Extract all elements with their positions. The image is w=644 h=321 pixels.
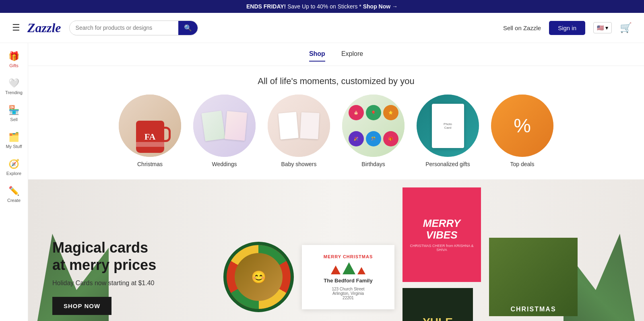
- category-deals-label: Top deals: [510, 161, 535, 167]
- hero-text-block: Magical cards at merry prices Holiday Ca…: [28, 223, 181, 321]
- hero-round-card: 😊: [223, 242, 294, 312]
- page-headline: All of life's moments, customized by you: [28, 66, 644, 95]
- hero-card-group: MERRY VIBES CHRISTMAS CHEER from KRISHNA…: [402, 187, 481, 321]
- tab-explore[interactable]: Explore: [341, 50, 363, 62]
- category-personalized-gifts[interactable]: PhotoCard Personalized gifts: [417, 95, 479, 167]
- category-personalized-label: Personalized gifts: [425, 161, 470, 167]
- sell-icon: 🏪: [8, 105, 19, 115]
- bday-sticker-6: 🎁: [383, 131, 398, 146]
- category-weddings-image: [193, 95, 256, 157]
- bday-sticker-3: ⭐: [383, 105, 398, 120]
- tab-bar: Shop Explore: [28, 43, 644, 66]
- category-weddings-label: Weddings: [212, 161, 237, 167]
- hero-white-card-name: The Bedford Family: [324, 278, 372, 284]
- bday-sticker-2: 🎈: [366, 105, 381, 120]
- sign-in-button[interactable]: Sign in: [549, 21, 585, 35]
- banner-prefix: ENDS FRIDAY!: [246, 3, 286, 10]
- hero-section: Magical cards at merry prices Holiday Ca…: [28, 179, 644, 321]
- category-christmas[interactable]: FA Christmas: [119, 95, 181, 167]
- category-baby-image: [268, 95, 330, 157]
- baby-card-1: [278, 112, 298, 140]
- hero-subtitle: Holiday Cards now starting at $1.40: [52, 280, 157, 287]
- category-deals-image: %: [491, 95, 553, 157]
- sell-on-zazzle-link[interactable]: Sell on Zazzle: [503, 25, 541, 31]
- merry-vibes-text: MERRY VIBES: [409, 218, 475, 241]
- explore-icon: 🧭: [8, 159, 19, 169]
- category-birthdays[interactable]: 🎂 🎈 ⭐ 🎉 🎊 🎁 Birthdays: [342, 95, 405, 167]
- search-input[interactable]: [70, 21, 178, 34]
- wedding-card-2: [225, 111, 247, 140]
- category-top-deals[interactable]: % Top deals: [491, 95, 553, 167]
- hero-white-card-address: 123 Church StreetArlington, Virginia2220…: [332, 287, 364, 300]
- merry-vibes-sub-text: CHRISTMAS CHEER from KRISHNA & SHIVA: [409, 244, 475, 252]
- gifts-icon: 🎁: [8, 51, 19, 62]
- category-baby-label: Baby showers: [281, 161, 317, 167]
- logo[interactable]: Zazzle: [27, 21, 61, 35]
- hero-white-card-title: MERRY CHRISTMAS: [324, 254, 373, 259]
- banner-message: Save Up to 40% on Stickers *: [287, 3, 361, 10]
- sidebar-item-create[interactable]: ✏️ Create: [0, 182, 28, 207]
- main-content: Shop Explore All of life's moments, cust…: [28, 43, 644, 321]
- sidebar-item-sell[interactable]: 🏪 Sell: [0, 101, 28, 126]
- green-card-label: CHRISTMAS: [510, 306, 556, 313]
- category-baby-showers[interactable]: Baby showers: [268, 95, 330, 167]
- hero-shop-now-button[interactable]: SHOP NOW: [52, 297, 111, 315]
- hero-dark-card: YULE LOVE: [402, 288, 473, 321]
- header: ☰ Zazzle 🔍 Sell on Zazzle Sign in 🇺🇸 ▾ 🛒: [0, 13, 644, 43]
- personalized-card: PhotoCard: [432, 104, 464, 148]
- bday-sticker-1: 🎂: [349, 105, 364, 120]
- search-button[interactable]: 🔍: [178, 21, 198, 35]
- hero-green-card: CHRISTMAS: [489, 238, 578, 316]
- flag-icon: 🇺🇸: [597, 25, 604, 31]
- sidebar-label-my-stuff: My Stuff: [6, 144, 22, 149]
- sidebar-item-my-stuff[interactable]: 🗂️ My Stuff: [0, 128, 28, 153]
- promotional-banner: ENDS FRIDAY! Save Up to 40% on Stickers …: [0, 0, 644, 13]
- tree-icon-3: [357, 267, 365, 274]
- category-weddings[interactable]: Weddings: [193, 95, 256, 167]
- yule-text: YULE: [423, 317, 453, 321]
- trending-icon: 🤍: [8, 78, 19, 88]
- christmas-mug: FA: [136, 121, 164, 153]
- tree-icon-2: [343, 262, 355, 274]
- search-bar: 🔍: [69, 21, 198, 35]
- sidebar-item-trending[interactable]: 🤍 Trending: [0, 74, 28, 99]
- sidebar: 🎁 Gifts 🤍 Trending 🏪 Sell 🗂️ My Stuff 🧭 …: [0, 43, 28, 321]
- create-icon: ✏️: [8, 186, 19, 196]
- country-selector[interactable]: 🇺🇸 ▾: [593, 22, 612, 33]
- sidebar-item-explore[interactable]: 🧭 Explore: [0, 155, 28, 180]
- deals-percent-icon: %: [514, 115, 531, 137]
- tree-icon-1: [331, 265, 341, 274]
- category-christmas-label: Christmas: [137, 161, 163, 167]
- my-stuff-icon: 🗂️: [8, 132, 19, 142]
- sidebar-label-explore: Explore: [6, 171, 21, 176]
- header-right: Sell on Zazzle Sign in 🇺🇸 ▾ 🛒: [503, 21, 632, 35]
- category-birthdays-image: 🎂 🎈 ⭐ 🎉 🎊 🎁: [342, 95, 405, 157]
- category-list: FA Christmas Weddings: [28, 95, 644, 179]
- sidebar-label-sell: Sell: [10, 117, 17, 122]
- hero-cards: 😊 MERRY CHRISTMAS The Bedford Family 123…: [181, 179, 644, 321]
- sidebar-label-gifts: Gifts: [9, 63, 19, 68]
- hero-round-card-photo: 😊: [235, 253, 283, 301]
- cart-icon[interactable]: 🛒: [620, 22, 632, 33]
- bday-sticker-4: 🎉: [349, 131, 364, 146]
- category-birthdays-label: Birthdays: [361, 161, 385, 167]
- hero-white-card: MERRY CHRISTMAS The Bedford Family 123 C…: [302, 245, 394, 309]
- sidebar-item-gifts[interactable]: 🎁 Gifts: [0, 47, 28, 72]
- hamburger-icon[interactable]: ☰: [12, 23, 20, 33]
- category-personalized-image: PhotoCard: [417, 95, 479, 157]
- hero-title: Magical cards at merry prices: [52, 239, 157, 274]
- hero-white-card-trees: [331, 262, 365, 274]
- banner-cta[interactable]: Shop Now →: [363, 3, 398, 10]
- baby-card-2: [300, 112, 319, 139]
- bday-sticker-5: 🎊: [366, 131, 381, 146]
- tab-shop[interactable]: Shop: [309, 50, 325, 62]
- flag-chevron-icon: ▾: [605, 25, 608, 31]
- wedding-card-1: [201, 110, 225, 141]
- category-christmas-image: FA: [119, 95, 181, 157]
- hero-pink-card: MERRY VIBES CHRISTMAS CHEER from KRISHNA…: [402, 187, 481, 282]
- sidebar-label-trending: Trending: [5, 90, 23, 95]
- sidebar-label-create: Create: [7, 198, 21, 203]
- main-layout: 🎁 Gifts 🤍 Trending 🏪 Sell 🗂️ My Stuff 🧭 …: [0, 43, 644, 321]
